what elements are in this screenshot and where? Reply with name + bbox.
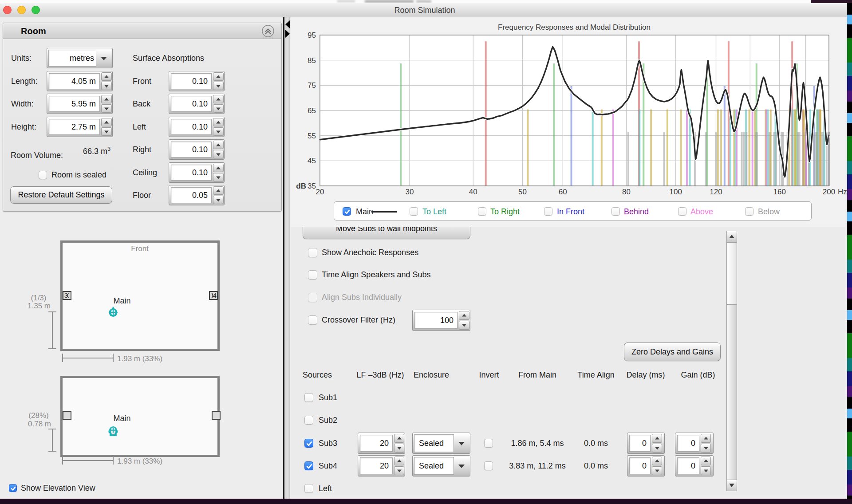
svg-text:4: 4 (213, 292, 217, 299)
